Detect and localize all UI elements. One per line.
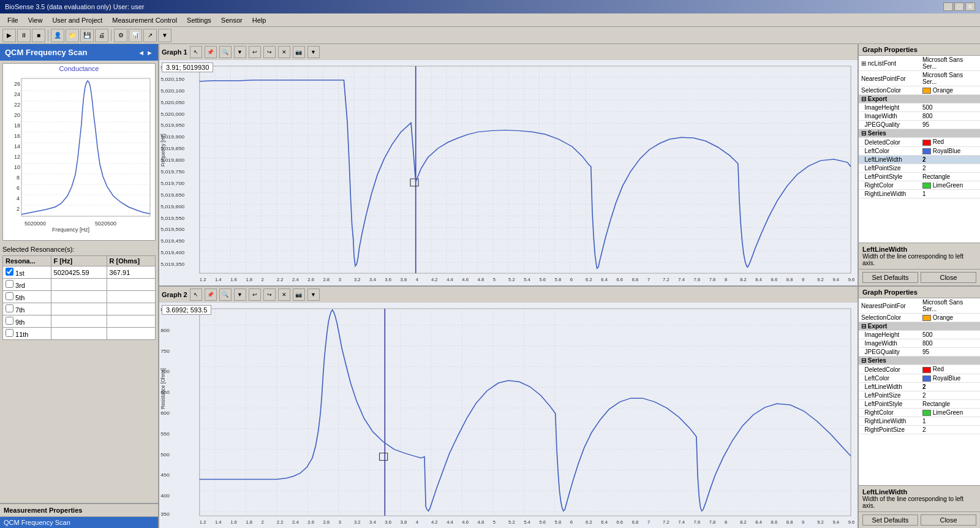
toolbar-folder[interactable]: 📁 — [66, 29, 79, 42]
svg-text:5,019,500: 5,019,500 — [160, 227, 184, 233]
graph1-cursor[interactable]: ↖ — [190, 46, 202, 58]
resonance-9th-check[interactable] — [6, 317, 13, 325]
graph2-coord-box: 3.6992; 593.5 — [162, 305, 211, 315]
svg-text:9.2: 9.2 — [817, 519, 824, 525]
svg-text:1.2: 1.2 — [200, 277, 206, 282]
qcm-nav[interactable]: ◄ ► — [138, 49, 153, 56]
svg-text:20: 20 — [14, 112, 20, 118]
props-row: DeletedColor Red — [859, 138, 980, 146]
toolbar-settings[interactable]: ⚙ — [114, 29, 127, 42]
toolbar-save[interactable]: 💾 — [80, 29, 94, 42]
toolbar-play[interactable]: ▶ — [2, 29, 16, 42]
toolbar-export[interactable]: ↗ — [143, 29, 157, 42]
meas-props-item[interactable]: QCM Frequency Scan — [0, 517, 158, 528]
graph1-cross[interactable]: ✕ — [278, 46, 290, 58]
graph-props-1-close[interactable]: Close — [921, 272, 976, 283]
graph1-undo[interactable]: ↩ — [249, 46, 261, 58]
svg-text:16: 16 — [14, 133, 20, 139]
svg-text:3.6: 3.6 — [385, 277, 391, 282]
props-row: JPEGQuality 95 — [859, 121, 980, 129]
svg-text:5,019,750: 5,019,750 — [160, 168, 184, 175]
toolbar-chart[interactable]: 📊 — [129, 29, 142, 42]
svg-text:400: 400 — [160, 493, 170, 499]
graph1-pin[interactable]: 📌 — [205, 46, 217, 58]
graph2-zoom-drop[interactable]: ▼ — [234, 289, 246, 301]
toolbar-print[interactable]: 🖨 — [95, 29, 108, 42]
svg-text:450: 450 — [160, 472, 170, 478]
menu-view[interactable]: View — [23, 15, 48, 25]
svg-text:2.8: 2.8 — [323, 277, 330, 282]
svg-text:3.2: 3.2 — [354, 277, 361, 282]
toolbar-stop[interactable]: ■ — [32, 29, 45, 42]
graph-props-1-panel: Graph Properties ⊞ ncListFont Microsoft … — [859, 44, 980, 287]
color-swatch-limegreen2 — [922, 410, 931, 416]
svg-text:7.4: 7.4 — [678, 277, 685, 282]
svg-text:8: 8 — [725, 277, 727, 282]
svg-text:7.4: 7.4 — [678, 519, 685, 525]
svg-text:7.6: 7.6 — [694, 519, 701, 525]
color-swatch-royalblue2 — [922, 375, 931, 382]
svg-text:2.6: 2.6 — [307, 277, 314, 282]
resonance-col-freq: F [Hz] — [51, 256, 107, 266]
menu-user-project[interactable]: User and Project — [47, 15, 107, 25]
svg-text:10: 10 — [14, 164, 20, 170]
svg-text:7.6: 7.6 — [694, 277, 701, 282]
maximize-button[interactable]: □ — [954, 2, 964, 11]
graph1-export[interactable]: 📷 — [293, 46, 305, 58]
graph1-redo[interactable]: ↪ — [263, 46, 276, 58]
props-row: SelectionColor Orange — [859, 314, 980, 322]
svg-text:5020000: 5020000 — [24, 221, 46, 227]
svg-text:5,019,550: 5,019,550 — [160, 215, 184, 221]
props-row: LeftLineWidth 2 — [859, 156, 980, 164]
close-button[interactable]: ✕ — [965, 2, 975, 11]
graph2-pin[interactable]: 📌 — [205, 289, 217, 301]
toolbar-user[interactable]: 👤 — [51, 29, 64, 42]
svg-text:5.2: 5.2 — [508, 277, 515, 282]
svg-text:6.4: 6.4 — [601, 277, 608, 282]
props-section-series: ⊟ Series — [859, 129, 980, 138]
svg-text:8.2: 8.2 — [740, 519, 747, 525]
svg-text:7: 7 — [647, 277, 650, 282]
graph2-undo[interactable]: ↩ — [249, 289, 261, 301]
graph1-zoom-drop[interactable]: ▼ — [234, 46, 246, 58]
graph2-zoom[interactable]: 🔍 — [219, 289, 232, 301]
resonance-1st-r: 367.91 — [107, 266, 155, 279]
resonance-5th-check[interactable] — [6, 292, 13, 300]
props-row: ImageHeight 500 — [859, 104, 980, 112]
resonance-1st-check[interactable] — [6, 268, 13, 276]
graph-props-2-close[interactable]: Close — [921, 515, 976, 526]
graph2-redo[interactable]: ↪ — [263, 289, 276, 301]
resonance-3rd-check[interactable] — [6, 280, 13, 288]
minimize-button[interactable]: _ — [943, 2, 953, 11]
svg-text:18: 18 — [14, 123, 20, 129]
resonance-7th-check[interactable] — [6, 304, 13, 312]
graph1-coord-box: 3.91; 5019930 — [162, 62, 213, 72]
graph2-cursor[interactable]: ↖ — [190, 289, 202, 301]
menu-settings[interactable]: Settings — [182, 15, 216, 25]
menu-sensor[interactable]: Sensor — [216, 15, 247, 25]
props-section-export2: ⊟ Export — [859, 322, 980, 331]
resonance-11th-check[interactable] — [6, 329, 13, 337]
svg-text:750: 750 — [160, 348, 170, 354]
props-row: JPEGQuality 95 — [859, 348, 980, 356]
menu-help[interactable]: Help — [247, 15, 271, 25]
graph1-title: Graph 1 — [162, 48, 187, 56]
svg-text:8.6: 8.6 — [771, 519, 778, 525]
graph2-cross[interactable]: ✕ — [278, 289, 290, 301]
graph2-export[interactable]: 📷 — [293, 289, 305, 301]
props-row: RightColor LimeGreen — [859, 409, 980, 417]
graph-props-2-set-defaults[interactable]: Set Defaults — [862, 515, 918, 526]
svg-text:6.2: 6.2 — [586, 519, 592, 525]
svg-text:5,019,400: 5,019,400 — [160, 250, 184, 256]
graph2-export-drop[interactable]: ▼ — [307, 289, 320, 301]
meas-props-title: Measurement Properties — [0, 504, 158, 517]
graph-props-1-set-defaults[interactable]: Set Defaults — [862, 272, 918, 283]
svg-text:6.8: 6.8 — [632, 519, 639, 525]
graph1-zoom[interactable]: 🔍 — [219, 46, 232, 58]
menu-file[interactable]: File — [2, 15, 23, 25]
toolbar-pause[interactable]: ⏸ — [17, 29, 31, 42]
menu-measurement[interactable]: Measurement Control — [107, 15, 182, 25]
title-bar-controls[interactable]: _ □ ✕ — [943, 2, 975, 11]
graph1-export-drop[interactable]: ▼ — [307, 46, 320, 58]
toolbar-more[interactable]: ▼ — [158, 29, 172, 42]
